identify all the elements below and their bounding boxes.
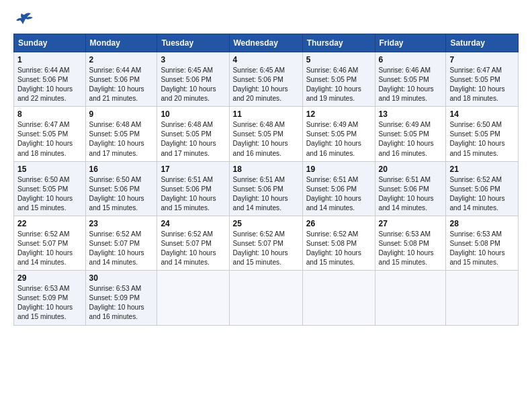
day-number: 28 <box>449 219 515 228</box>
day-number: 11 <box>233 109 299 119</box>
calendar-cell: 20Sunrise: 6:51 AM Sunset: 5:06 PM Dayli… <box>375 161 446 216</box>
day-number: 6 <box>379 55 443 64</box>
day-info: Sunrise: 6:49 AM Sunset: 5:05 PM Dayligh… <box>379 120 443 158</box>
calendar-table: SundayMondayTuesdayWednesdayThursdayFrid… <box>13 34 519 326</box>
day-number: 24 <box>161 219 225 228</box>
calendar-cell: 13Sunrise: 6:49 AM Sunset: 5:05 PM Dayli… <box>375 107 446 161</box>
logo-bird-icon <box>15 12 34 27</box>
day-info: Sunrise: 6:49 AM Sunset: 5:05 PM Dayligh… <box>306 120 371 158</box>
calendar-cell: 10Sunrise: 6:48 AM Sunset: 5:05 PM Dayli… <box>157 107 229 161</box>
day-number: 27 <box>379 219 443 228</box>
day-info: Sunrise: 6:53 AM Sunset: 5:08 PM Dayligh… <box>449 230 515 267</box>
day-number: 16 <box>89 165 154 174</box>
day-info: Sunrise: 6:44 AM Sunset: 5:06 PM Dayligh… <box>89 66 154 103</box>
calendar-cell <box>446 271 519 325</box>
day-info: Sunrise: 6:53 AM Sunset: 5:09 PM Dayligh… <box>17 284 82 322</box>
day-info: Sunrise: 6:52 AM Sunset: 5:07 PM Dayligh… <box>17 230 82 267</box>
day-number: 2 <box>89 55 154 64</box>
day-info: Sunrise: 6:47 AM Sunset: 5:05 PM Dayligh… <box>449 66 515 103</box>
calendar-week-row: 8Sunrise: 6:47 AM Sunset: 5:05 PM Daylig… <box>14 107 519 161</box>
calendar-cell: 12Sunrise: 6:49 AM Sunset: 5:05 PM Dayli… <box>302 107 375 161</box>
calendar-cell: 28Sunrise: 6:53 AM Sunset: 5:08 PM Dayli… <box>446 216 519 270</box>
weekday-header-wednesday: Wednesday <box>229 34 302 52</box>
day-info: Sunrise: 6:53 AM Sunset: 5:09 PM Dayligh… <box>89 284 154 322</box>
day-number: 12 <box>306 109 371 119</box>
calendar-cell: 15Sunrise: 6:50 AM Sunset: 5:05 PM Dayli… <box>14 161 86 216</box>
day-number: 9 <box>89 109 154 119</box>
calendar-cell: 14Sunrise: 6:50 AM Sunset: 5:05 PM Dayli… <box>446 107 519 161</box>
calendar-week-row: 29Sunrise: 6:53 AM Sunset: 5:09 PM Dayli… <box>14 271 519 325</box>
calendar-cell: 6Sunrise: 6:46 AM Sunset: 5:05 PM Daylig… <box>375 52 446 107</box>
day-info: Sunrise: 6:47 AM Sunset: 5:05 PM Dayligh… <box>17 120 82 158</box>
calendar-cell: 29Sunrise: 6:53 AM Sunset: 5:09 PM Dayli… <box>14 271 86 325</box>
day-info: Sunrise: 6:51 AM Sunset: 5:06 PM Dayligh… <box>306 175 371 213</box>
calendar-cell: 16Sunrise: 6:50 AM Sunset: 5:06 PM Dayli… <box>85 161 157 216</box>
calendar-cell: 25Sunrise: 6:52 AM Sunset: 5:07 PM Dayli… <box>229 216 302 270</box>
calendar-cell: 27Sunrise: 6:53 AM Sunset: 5:08 PM Dayli… <box>375 216 446 270</box>
day-number: 20 <box>379 165 443 174</box>
day-number: 22 <box>17 219 82 228</box>
calendar-cell: 22Sunrise: 6:52 AM Sunset: 5:07 PM Dayli… <box>14 216 86 270</box>
day-number: 3 <box>161 55 225 64</box>
calendar-cell: 7Sunrise: 6:47 AM Sunset: 5:05 PM Daylig… <box>446 52 519 107</box>
day-info: Sunrise: 6:52 AM Sunset: 5:07 PM Dayligh… <box>161 230 225 267</box>
calendar-cell: 4Sunrise: 6:45 AM Sunset: 5:06 PM Daylig… <box>229 52 302 107</box>
day-info: Sunrise: 6:46 AM Sunset: 5:05 PM Dayligh… <box>379 66 443 103</box>
calendar-cell: 3Sunrise: 6:45 AM Sunset: 5:06 PM Daylig… <box>157 52 229 107</box>
calendar-cell: 24Sunrise: 6:52 AM Sunset: 5:07 PM Dayli… <box>157 216 229 270</box>
day-number: 23 <box>89 219 154 228</box>
day-info: Sunrise: 6:52 AM Sunset: 5:06 PM Dayligh… <box>449 175 515 213</box>
calendar-cell: 30Sunrise: 6:53 AM Sunset: 5:09 PM Dayli… <box>85 271 157 325</box>
weekday-header-monday: Monday <box>85 34 157 52</box>
calendar-cell <box>229 271 302 325</box>
day-info: Sunrise: 6:45 AM Sunset: 5:06 PM Dayligh… <box>233 66 299 103</box>
weekday-header-friday: Friday <box>375 34 446 52</box>
day-number: 4 <box>233 55 299 64</box>
calendar-page: SundayMondayTuesdayWednesdayThursdayFrid… <box>0 0 532 411</box>
day-number: 17 <box>161 165 225 174</box>
calendar-cell: 5Sunrise: 6:46 AM Sunset: 5:05 PM Daylig… <box>302 52 375 107</box>
day-number: 30 <box>89 273 154 283</box>
calendar-cell <box>157 271 229 325</box>
weekday-header-row: SundayMondayTuesdayWednesdayThursdayFrid… <box>14 34 519 52</box>
calendar-week-row: 22Sunrise: 6:52 AM Sunset: 5:07 PM Dayli… <box>14 216 519 270</box>
calendar-cell: 23Sunrise: 6:52 AM Sunset: 5:07 PM Dayli… <box>85 216 157 270</box>
calendar-cell <box>302 271 375 325</box>
day-number: 7 <box>449 55 515 64</box>
day-info: Sunrise: 6:48 AM Sunset: 5:05 PM Dayligh… <box>161 120 225 158</box>
day-number: 8 <box>17 109 82 119</box>
day-info: Sunrise: 6:51 AM Sunset: 5:06 PM Dayligh… <box>161 175 225 213</box>
calendar-cell <box>375 271 446 325</box>
day-info: Sunrise: 6:50 AM Sunset: 5:05 PM Dayligh… <box>449 120 515 158</box>
day-number: 29 <box>17 273 82 283</box>
day-number: 5 <box>306 55 371 64</box>
day-info: Sunrise: 6:46 AM Sunset: 5:05 PM Dayligh… <box>306 66 371 103</box>
day-info: Sunrise: 6:51 AM Sunset: 5:06 PM Dayligh… <box>233 175 299 213</box>
day-info: Sunrise: 6:45 AM Sunset: 5:06 PM Dayligh… <box>161 66 225 103</box>
logo <box>13 12 34 27</box>
day-number: 19 <box>306 165 371 174</box>
day-info: Sunrise: 6:48 AM Sunset: 5:05 PM Dayligh… <box>89 120 154 158</box>
calendar-cell: 1Sunrise: 6:44 AM Sunset: 5:06 PM Daylig… <box>14 52 86 107</box>
calendar-cell: 9Sunrise: 6:48 AM Sunset: 5:05 PM Daylig… <box>85 107 157 161</box>
calendar-week-row: 1Sunrise: 6:44 AM Sunset: 5:06 PM Daylig… <box>14 52 519 107</box>
day-number: 18 <box>233 165 299 174</box>
day-info: Sunrise: 6:50 AM Sunset: 5:06 PM Dayligh… <box>89 175 154 213</box>
calendar-cell: 18Sunrise: 6:51 AM Sunset: 5:06 PM Dayli… <box>229 161 302 216</box>
day-number: 15 <box>17 165 82 174</box>
calendar-cell: 26Sunrise: 6:52 AM Sunset: 5:08 PM Dayli… <box>302 216 375 270</box>
weekday-header-sunday: Sunday <box>14 34 86 52</box>
weekday-header-tuesday: Tuesday <box>157 34 229 52</box>
day-info: Sunrise: 6:44 AM Sunset: 5:06 PM Dayligh… <box>17 66 82 103</box>
day-number: 26 <box>306 219 371 228</box>
day-number: 21 <box>449 165 515 174</box>
day-number: 25 <box>233 219 299 228</box>
calendar-cell: 8Sunrise: 6:47 AM Sunset: 5:05 PM Daylig… <box>14 107 86 161</box>
day-info: Sunrise: 6:52 AM Sunset: 5:08 PM Dayligh… <box>306 230 371 267</box>
day-info: Sunrise: 6:48 AM Sunset: 5:05 PM Dayligh… <box>233 120 299 158</box>
day-number: 14 <box>449 109 515 119</box>
calendar-cell: 2Sunrise: 6:44 AM Sunset: 5:06 PM Daylig… <box>85 52 157 107</box>
day-info: Sunrise: 6:53 AM Sunset: 5:08 PM Dayligh… <box>379 230 443 267</box>
day-number: 1 <box>17 55 82 64</box>
calendar-week-row: 15Sunrise: 6:50 AM Sunset: 5:05 PM Dayli… <box>14 161 519 216</box>
